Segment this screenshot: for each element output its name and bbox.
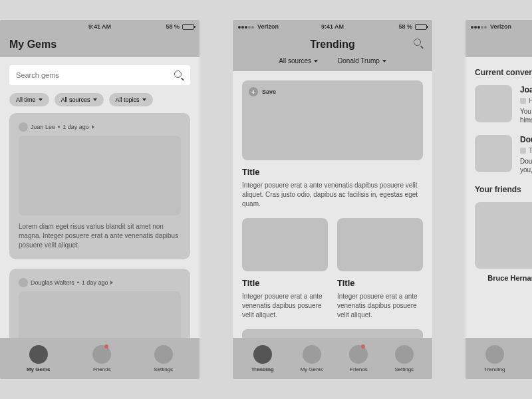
page-title: Friends	[475, 39, 532, 51]
header: Trending	[233, 33, 432, 57]
card-title: Title	[242, 167, 423, 177]
chip-sources[interactable]: All sources	[55, 93, 104, 106]
phone-trending: Verizon 9:41 AM 58 % Trending All source…	[233, 20, 432, 379]
phone-my-gems: 9:41 AM 58 % My Gems All time All source…	[0, 20, 200, 379]
card-title: Title	[337, 278, 423, 288]
card-body: Integer posuere erat a ante venenatis da…	[337, 292, 423, 320]
card-title: Title	[242, 278, 328, 288]
chevron-down-icon	[39, 98, 43, 101]
chevron-down-icon	[382, 60, 386, 63]
tab-bar: Trending My Gems Friends Settings	[466, 338, 532, 379]
card-image: +Save	[242, 80, 423, 160]
status-bar: Verizon 9:41 AM 58 %	[233, 20, 432, 33]
tab-my-gems[interactable]: My Gems	[300, 345, 323, 372]
search-field[interactable]	[16, 71, 174, 79]
card-body: Integer posuere erat a ante venenatis da…	[242, 181, 423, 209]
article-card[interactable]: +Save Title Integer posuere erat a ante …	[242, 80, 423, 209]
content: +Save Title Integer posuere erat a ante …	[233, 71, 432, 338]
chip-time[interactable]: All time	[9, 93, 49, 106]
battery-icon	[415, 24, 427, 30]
avatar	[475, 85, 512, 122]
tab-friends[interactable]: Friends	[92, 345, 111, 372]
friend-card[interactable]: Bruce Hernandez	[475, 202, 532, 282]
tab-trending[interactable]: Trending	[251, 345, 274, 372]
card-meta: Joan Lee • 1 day ago	[19, 122, 181, 132]
card-image	[242, 218, 328, 271]
tab-settings[interactable]: Settings	[154, 345, 173, 372]
avatar	[475, 135, 512, 172]
tab-bar: Trending My Gems Friends Settings	[233, 338, 432, 379]
chevron-right-icon	[92, 125, 94, 129]
gem-card[interactable]: Douglas Walters • 1 day ago Lorem diam e…	[9, 269, 190, 338]
signal-icon	[471, 23, 487, 30]
search-icon	[174, 70, 184, 80]
article-row: Title Integer posuere erat a ante venena…	[242, 218, 423, 329]
search-button[interactable]	[414, 39, 423, 51]
article-card[interactable]: Title Integer posuere erat a ante venena…	[242, 218, 328, 320]
avatar	[19, 122, 28, 132]
section-friends: Your friends	[475, 185, 532, 194]
avatar	[19, 278, 28, 287]
card-meta: Douglas Walters • 1 day ago	[19, 278, 181, 287]
status-time: 9:41 AM	[321, 23, 344, 30]
article-card[interactable]: Title Integer posuere erat a ante venena…	[337, 218, 423, 320]
header: My Gems	[0, 33, 200, 57]
card-image	[19, 291, 181, 338]
card-body: Integer posuere erat a ante venenatis da…	[242, 292, 328, 320]
gem-card[interactable]: Joan Lee • 1 day ago Lorem diam eget ris…	[9, 113, 190, 259]
conversation-preview: You: A noble man compares and estimates …	[520, 107, 532, 124]
avatar	[475, 202, 532, 269]
tab-icon	[253, 345, 272, 364]
chevron-down-icon	[93, 98, 97, 101]
chevron-down-icon	[314, 60, 318, 63]
tab-icon	[485, 345, 504, 364]
conversation-topic: How to Invest in Yourself	[520, 97, 532, 104]
card-image	[19, 136, 181, 215]
content: Current conversations Joan Lee How to In…	[466, 57, 532, 338]
tab-icon	[349, 345, 368, 364]
filter-bar: All sources Donald Trump	[233, 57, 432, 71]
phone-friends: Verizon 9:41 AM 58 % Friends Current con…	[466, 20, 532, 379]
chip-topics[interactable]: All topics	[109, 93, 153, 106]
status-bar: Verizon 9:41 AM 58 %	[466, 20, 532, 33]
card-image	[242, 329, 423, 338]
header: Friends	[466, 33, 532, 57]
save-button[interactable]: +Save	[249, 87, 276, 96]
card-body: Lorem diam eget risus varius blandit sit…	[19, 222, 181, 250]
section-conversations: Current conversations	[475, 68, 532, 77]
signal-icon	[238, 23, 255, 30]
notification-badge	[104, 344, 108, 348]
topic-icon	[520, 148, 526, 154]
content: Joan Lee • 1 day ago Lorem diam eget ris…	[0, 113, 200, 338]
tab-icon	[154, 345, 173, 364]
tab-friends[interactable]: Friends	[349, 345, 368, 372]
chevron-down-icon	[142, 98, 146, 101]
search-input[interactable]	[9, 65, 190, 85]
tab-icon	[29, 345, 48, 364]
battery-icon	[182, 24, 194, 30]
plus-icon: +	[249, 87, 258, 96]
chevron-right-icon	[110, 281, 113, 285]
conversation-item[interactable]: Douglas Walters The American Dream Is Do…	[475, 135, 532, 174]
tab-icon	[303, 345, 321, 364]
status-time: 9:41 AM	[88, 23, 111, 30]
tab-icon	[395, 345, 414, 364]
friends-grid: Bruce Hernandez Nicole	[475, 202, 532, 282]
page-title: My Gems	[9, 39, 190, 51]
tab-settings[interactable]: Settings	[394, 345, 414, 372]
tab-my-gems[interactable]: My Gems	[27, 345, 51, 372]
filter-sources[interactable]: All sources	[279, 57, 318, 65]
conversation-item[interactable]: Joan Lee How to Invest in Yourself You: …	[475, 85, 532, 124]
page-title: Trending	[242, 39, 423, 51]
friend-name: Douglas Walters	[520, 135, 532, 144]
filter-chips: All time All sources All topics	[0, 93, 200, 113]
friend-name: Bruce Hernandez	[475, 274, 532, 282]
friend-name: Joan Lee	[520, 85, 532, 94]
filter-topic[interactable]: Donald Trump	[338, 57, 386, 65]
tab-trending[interactable]: Trending	[484, 345, 505, 372]
conversation-topic: The American Dream Is	[520, 147, 532, 154]
status-bar: 9:41 AM 58 %	[0, 20, 200, 33]
card-image	[337, 218, 423, 271]
tab-icon	[92, 345, 111, 364]
search-icon	[414, 39, 423, 48]
